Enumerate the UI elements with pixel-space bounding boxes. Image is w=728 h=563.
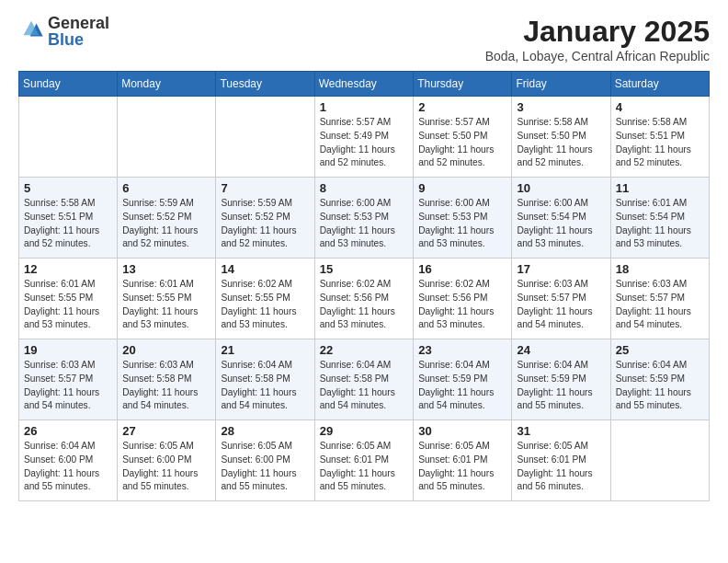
calendar-cell: 23Sunrise: 6:04 AM Sunset: 5:59 PM Dayli…	[414, 339, 512, 420]
day-info: Sunrise: 6:02 AM Sunset: 5:56 PM Dayligh…	[418, 278, 506, 332]
day-number: 8	[320, 181, 409, 195]
day-number: 21	[221, 343, 309, 357]
calendar-cell: 22Sunrise: 6:04 AM Sunset: 5:58 PM Dayli…	[314, 339, 414, 420]
day-number: 10	[517, 181, 605, 195]
day-number: 18	[616, 262, 704, 276]
calendar-cell: 19Sunrise: 6:03 AM Sunset: 5:57 PM Dayli…	[19, 339, 118, 420]
calendar-cell: 1Sunrise: 5:57 AM Sunset: 5:49 PM Daylig…	[314, 97, 414, 178]
day-info: Sunrise: 6:03 AM Sunset: 5:57 PM Dayligh…	[517, 278, 605, 332]
calendar-cell: 29Sunrise: 6:05 AM Sunset: 6:01 PM Dayli…	[314, 420, 414, 501]
calendar-cell: 6Sunrise: 5:59 AM Sunset: 5:52 PM Daylig…	[118, 178, 216, 259]
calendar-cell: 31Sunrise: 6:05 AM Sunset: 6:01 PM Dayli…	[512, 420, 610, 501]
calendar-cell	[610, 420, 709, 501]
calendar-week-3: 12Sunrise: 6:01 AM Sunset: 5:55 PM Dayli…	[19, 259, 710, 339]
calendar-cell: 4Sunrise: 5:58 AM Sunset: 5:51 PM Daylig…	[610, 97, 709, 178]
calendar-cell	[216, 97, 314, 178]
day-number: 26	[24, 424, 112, 438]
day-number: 17	[517, 262, 605, 276]
day-info: Sunrise: 6:01 AM Sunset: 5:54 PM Dayligh…	[616, 197, 704, 251]
day-info: Sunrise: 6:05 AM Sunset: 6:00 PM Dayligh…	[122, 440, 210, 494]
logo-icon	[18, 18, 44, 44]
day-info: Sunrise: 6:02 AM Sunset: 5:56 PM Dayligh…	[320, 278, 409, 332]
day-info: Sunrise: 6:04 AM Sunset: 6:00 PM Dayligh…	[24, 440, 112, 494]
location-title: Boda, Lobaye, Central African Republic	[485, 49, 710, 63]
day-number: 23	[418, 343, 506, 357]
day-info: Sunrise: 6:00 AM Sunset: 5:53 PM Dayligh…	[418, 197, 506, 251]
calendar-cell: 5Sunrise: 5:58 AM Sunset: 5:51 PM Daylig…	[19, 178, 118, 259]
day-number: 25	[616, 343, 704, 357]
calendar-cell: 28Sunrise: 6:05 AM Sunset: 6:00 PM Dayli…	[216, 420, 314, 501]
day-number: 2	[418, 100, 506, 114]
calendar-cell: 12Sunrise: 6:01 AM Sunset: 5:55 PM Dayli…	[19, 259, 118, 339]
day-info: Sunrise: 6:03 AM Sunset: 5:57 PM Dayligh…	[24, 359, 112, 413]
logo: General Blue	[18, 15, 109, 48]
calendar-cell: 13Sunrise: 6:01 AM Sunset: 5:55 PM Dayli…	[118, 259, 216, 339]
day-number: 7	[221, 181, 309, 195]
day-info: Sunrise: 6:03 AM Sunset: 5:58 PM Dayligh…	[122, 359, 210, 413]
day-info: Sunrise: 6:04 AM Sunset: 5:59 PM Dayligh…	[418, 359, 506, 413]
day-info: Sunrise: 6:04 AM Sunset: 5:59 PM Dayligh…	[616, 359, 704, 413]
header-sunday: Sunday	[19, 72, 118, 97]
calendar-cell	[118, 97, 216, 178]
title-block: January 2025 Boda, Lobaye, Central Afric…	[485, 15, 710, 63]
month-title: January 2025	[485, 15, 710, 49]
day-number: 3	[517, 100, 605, 114]
day-info: Sunrise: 5:58 AM Sunset: 5:51 PM Dayligh…	[616, 116, 704, 170]
day-info: Sunrise: 6:05 AM Sunset: 6:01 PM Dayligh…	[517, 440, 605, 494]
day-number: 6	[122, 181, 210, 195]
calendar-header-row: SundayMondayTuesdayWednesdayThursdayFrid…	[19, 72, 710, 97]
calendar-cell: 30Sunrise: 6:05 AM Sunset: 6:01 PM Dayli…	[414, 420, 512, 501]
header-monday: Monday	[118, 72, 216, 97]
logo-blue: Blue	[48, 31, 109, 48]
calendar-cell: 11Sunrise: 6:01 AM Sunset: 5:54 PM Dayli…	[610, 178, 709, 259]
day-number: 9	[418, 181, 506, 195]
day-info: Sunrise: 6:00 AM Sunset: 5:54 PM Dayligh…	[517, 197, 605, 251]
day-info: Sunrise: 6:04 AM Sunset: 5:59 PM Dayligh…	[517, 359, 605, 413]
header-tuesday: Tuesday	[216, 72, 314, 97]
day-info: Sunrise: 5:57 AM Sunset: 5:49 PM Dayligh…	[320, 116, 409, 170]
calendar-cell: 17Sunrise: 6:03 AM Sunset: 5:57 PM Dayli…	[512, 259, 610, 339]
day-number: 15	[320, 262, 409, 276]
header-thursday: Thursday	[414, 72, 512, 97]
header-wednesday: Wednesday	[314, 72, 414, 97]
calendar-cell: 26Sunrise: 6:04 AM Sunset: 6:00 PM Dayli…	[19, 420, 118, 501]
day-info: Sunrise: 5:58 AM Sunset: 5:50 PM Dayligh…	[517, 116, 605, 170]
day-info: Sunrise: 6:05 AM Sunset: 6:01 PM Dayligh…	[418, 440, 506, 494]
day-info: Sunrise: 6:01 AM Sunset: 5:55 PM Dayligh…	[24, 278, 112, 332]
header-saturday: Saturday	[610, 72, 709, 97]
day-info: Sunrise: 6:04 AM Sunset: 5:58 PM Dayligh…	[221, 359, 309, 413]
calendar-cell: 27Sunrise: 6:05 AM Sunset: 6:00 PM Dayli…	[118, 420, 216, 501]
calendar-cell: 8Sunrise: 6:00 AM Sunset: 5:53 PM Daylig…	[314, 178, 414, 259]
day-info: Sunrise: 6:00 AM Sunset: 5:53 PM Dayligh…	[320, 197, 409, 251]
calendar-cell: 9Sunrise: 6:00 AM Sunset: 5:53 PM Daylig…	[414, 178, 512, 259]
header-friday: Friday	[512, 72, 610, 97]
day-info: Sunrise: 5:57 AM Sunset: 5:50 PM Dayligh…	[418, 116, 506, 170]
calendar-week-1: 1Sunrise: 5:57 AM Sunset: 5:49 PM Daylig…	[19, 97, 710, 178]
day-info: Sunrise: 6:03 AM Sunset: 5:57 PM Dayligh…	[616, 278, 704, 332]
day-number: 27	[122, 424, 210, 438]
day-number: 30	[418, 424, 506, 438]
day-number: 29	[320, 424, 409, 438]
calendar-cell: 21Sunrise: 6:04 AM Sunset: 5:58 PM Dayli…	[216, 339, 314, 420]
calendar-cell: 10Sunrise: 6:00 AM Sunset: 5:54 PM Dayli…	[512, 178, 610, 259]
day-number: 20	[122, 343, 210, 357]
day-number: 19	[24, 343, 112, 357]
day-info: Sunrise: 5:58 AM Sunset: 5:51 PM Dayligh…	[24, 197, 112, 251]
day-info: Sunrise: 6:05 AM Sunset: 6:00 PM Dayligh…	[221, 440, 309, 494]
day-number: 31	[517, 424, 605, 438]
calendar-week-2: 5Sunrise: 5:58 AM Sunset: 5:51 PM Daylig…	[19, 178, 710, 259]
day-info: Sunrise: 5:59 AM Sunset: 5:52 PM Dayligh…	[221, 197, 309, 251]
calendar-week-4: 19Sunrise: 6:03 AM Sunset: 5:57 PM Dayli…	[19, 339, 710, 420]
calendar-cell: 20Sunrise: 6:03 AM Sunset: 5:58 PM Dayli…	[118, 339, 216, 420]
day-number: 28	[221, 424, 309, 438]
page-header: General Blue January 2025 Boda, Lobaye, …	[18, 15, 710, 63]
calendar-cell: 3Sunrise: 5:58 AM Sunset: 5:50 PM Daylig…	[512, 97, 610, 178]
day-number: 24	[517, 343, 605, 357]
calendar-cell: 24Sunrise: 6:04 AM Sunset: 5:59 PM Dayli…	[512, 339, 610, 420]
day-info: Sunrise: 6:01 AM Sunset: 5:55 PM Dayligh…	[122, 278, 210, 332]
day-number: 14	[221, 262, 309, 276]
day-number: 11	[616, 181, 704, 195]
calendar-cell	[19, 97, 118, 178]
calendar-cell: 16Sunrise: 6:02 AM Sunset: 5:56 PM Dayli…	[414, 259, 512, 339]
calendar-cell: 14Sunrise: 6:02 AM Sunset: 5:55 PM Dayli…	[216, 259, 314, 339]
